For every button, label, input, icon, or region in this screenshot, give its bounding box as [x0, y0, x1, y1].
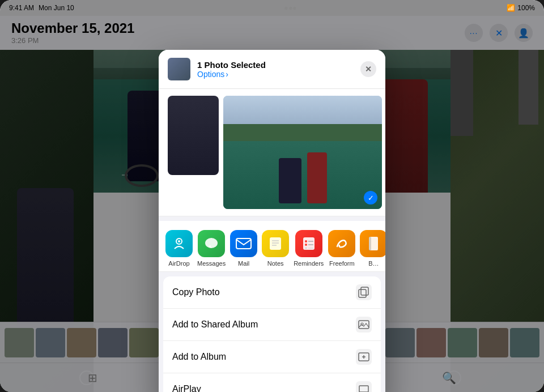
svg-point-10 — [305, 240, 307, 242]
airdrop-icon — [165, 230, 193, 257]
share-options-button[interactable]: Options › — [197, 70, 354, 79]
status-time: 9:41 AM — [9, 4, 34, 12]
add-shared-album-icon — [356, 317, 372, 333]
app-messages[interactable]: Messages — [195, 230, 228, 267]
svg-point-12 — [305, 244, 307, 246]
books-icon — [360, 230, 385, 257]
share-photo-selected[interactable]: ✓ — [223, 96, 382, 209]
status-left: 9:41 AM Mon Jun 10 — [9, 4, 74, 12]
freeform-label: Freeform — [329, 260, 355, 267]
status-bar: 9:41 AM Mon Jun 10 ⬤ ⬤ ⬤ 📶 100% — [0, 0, 544, 16]
add-shared-album-action[interactable]: Add to Shared Album — [163, 309, 381, 341]
share-thumbnail — [168, 58, 190, 80]
wifi-icon: 📶 — [507, 4, 515, 12]
svg-rect-25 — [359, 386, 368, 392]
share-close-icon: ✕ — [365, 65, 372, 74]
books-label: B… — [368, 260, 379, 267]
notes-icon — [262, 230, 289, 257]
app-freeform[interactable]: Freeform — [326, 230, 358, 267]
share-photo-strip: ✓ — [159, 89, 385, 216]
app-notes[interactable]: Notes — [260, 230, 291, 267]
svg-rect-17 — [369, 237, 371, 250]
add-album-icon — [356, 349, 372, 365]
copy-photo-action[interactable]: Copy Photo — [163, 276, 381, 309]
battery-icon: 100% — [517, 4, 535, 12]
copy-photo-icon — [356, 284, 372, 300]
share-selected-count: 1 Photo Selected — [197, 60, 354, 70]
messages-label: Messages — [197, 260, 226, 267]
svg-rect-4 — [236, 238, 251, 249]
share-close-button[interactable]: ✕ — [360, 61, 376, 77]
status-day: Mon Jun 10 — [39, 4, 74, 12]
status-center: ⬤ ⬤ ⬤ — [284, 6, 296, 10]
share-photo-checkmark: ✓ — [364, 191, 377, 204]
add-shared-album-label: Add to Shared Album — [172, 319, 258, 330]
share-header: 1 Photo Selected Options › ✕ — [159, 50, 385, 89]
mail-label: Mail — [238, 260, 249, 267]
svg-rect-19 — [361, 287, 368, 295]
copy-photo-label: Copy Photo — [172, 287, 220, 297]
share-photo-left[interactable] — [168, 96, 219, 209]
messages-icon — [198, 230, 225, 257]
share-actions: Copy Photo Add to Shared Album Add to Al… — [163, 276, 381, 392]
app-airdrop[interactable]: AirDrop — [163, 230, 195, 267]
ipad-frame: ✓ 9:41 AM Mon Jun 10 — [0, 0, 544, 392]
airplay-label: AirPlay — [172, 384, 201, 392]
svg-point-14 — [305, 247, 307, 249]
add-album-action[interactable]: Add to Album — [163, 341, 381, 373]
reminders-label: Reminders — [294, 260, 324, 267]
notes-label: Notes — [267, 260, 284, 267]
svg-rect-5 — [270, 237, 281, 250]
svg-rect-20 — [359, 321, 369, 329]
app-mail[interactable]: Mail — [228, 230, 260, 267]
share-header-info: 1 Photo Selected Options › — [197, 60, 354, 79]
status-right: 📶 100% — [507, 4, 535, 12]
svg-point-1 — [178, 240, 180, 242]
app-reminders[interactable]: Reminders — [291, 230, 326, 267]
airplay-action[interactable]: AirPlay — [163, 373, 381, 392]
reminders-icon — [295, 230, 322, 257]
airplay-icon — [356, 381, 372, 392]
freeform-icon — [328, 230, 355, 257]
share-apps-row: AirDrop Messages Mail Notes — [159, 221, 385, 272]
svg-rect-18 — [359, 289, 366, 297]
mail-icon — [230, 230, 257, 257]
airdrop-label: AirDrop — [168, 260, 189, 267]
app-books[interactable]: B… — [358, 230, 385, 267]
add-album-label: Add to Album — [172, 352, 226, 362]
share-sheet: 1 Photo Selected Options › ✕ — [159, 50, 385, 392]
svg-point-2 — [205, 238, 218, 248]
